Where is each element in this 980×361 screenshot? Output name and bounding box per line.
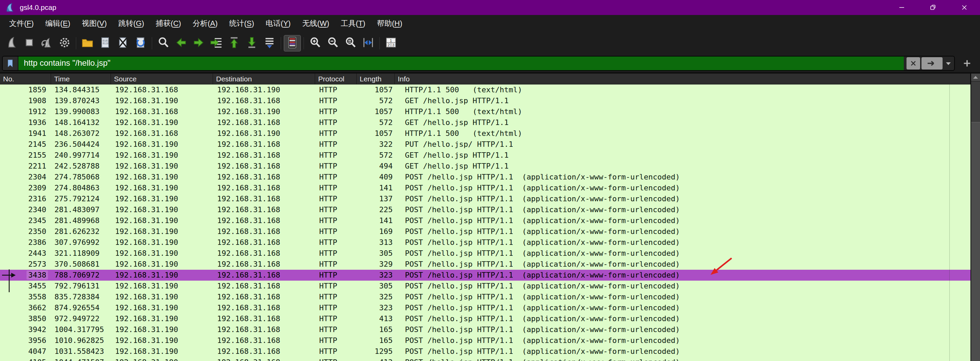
- cell-info: POST /hello.jsp HTTP/1.1 (application/x-…: [395, 204, 970, 215]
- cell-info: GET /hello.jsp HTTP/1.1: [395, 117, 970, 128]
- cell-protocol: HTTP: [315, 270, 356, 281]
- go-back-button[interactable]: [173, 35, 189, 51]
- packet-row[interactable]: 3455792.796131192.168.31.190192.168.31.1…: [0, 281, 970, 292]
- cell-info: POST /hello.jsp HTTP/1.1 (application/x-…: [395, 324, 970, 335]
- filter-apply-button[interactable]: [921, 57, 943, 69]
- go-to-bottom-button[interactable]: [243, 35, 260, 51]
- packet-row[interactable]: 2573370.508681192.168.31.190192.168.31.1…: [0, 259, 970, 270]
- cell-destination: 192.168.31.168: [213, 259, 315, 270]
- packet-row[interactable]: 2443321.118909192.168.31.190192.168.31.1…: [0, 248, 970, 259]
- packet-row[interactable]: 3558835.728384192.168.31.190192.168.31.1…: [0, 292, 970, 302]
- zoom-in-button[interactable]: [307, 35, 323, 51]
- filter-bookmark-button[interactable]: [3, 56, 18, 71]
- cell-no: 3956: [0, 335, 51, 346]
- packet-row[interactable]: 2309274.804863192.168.31.190192.168.31.1…: [0, 182, 970, 193]
- resize-columns-button[interactable]: [360, 35, 376, 51]
- packet-row[interactable]: 39421004.317795192.168.31.190192.168.31.…: [0, 324, 970, 335]
- menu-item-f[interactable]: 文件(F): [3, 15, 40, 32]
- menu-item-s[interactable]: 统计(S): [223, 15, 259, 32]
- menu-item-g[interactable]: 跳转(G): [113, 15, 150, 32]
- column-preferences-button[interactable]: 123: [383, 35, 399, 51]
- menu-item-e[interactable]: 编辑(E): [40, 15, 76, 32]
- column-header-destination[interactable]: Destination: [213, 73, 315, 84]
- filter-clear-button[interactable]: [907, 57, 920, 69]
- packet-row[interactable]: 41051044.471507192.168.31.190192.168.31.…: [0, 357, 970, 361]
- packet-row-selected[interactable]: 3438788.706972192.168.31.190192.168.31.1…: [0, 270, 970, 281]
- filter-add-button[interactable]: [959, 56, 975, 71]
- cell-length: 1057: [356, 106, 395, 117]
- vertical-scrollbar[interactable]: [970, 73, 980, 361]
- packet-row[interactable]: 2350281.626232192.168.31.190192.168.31.1…: [0, 226, 970, 237]
- scroll-up-button[interactable]: [971, 73, 980, 82]
- packet-row[interactable]: 1941148.263072192.168.31.168192.168.31.1…: [0, 128, 970, 139]
- open-file-button[interactable]: [79, 35, 95, 51]
- toolbar-separator: [76, 37, 76, 50]
- packet-row[interactable]: 2340281.483097192.168.31.190192.168.31.1…: [0, 204, 970, 215]
- zoom-original-button[interactable]: [342, 35, 359, 51]
- cell-info: POST /hello.jsp HTTP/1.1 (application/x-…: [395, 313, 970, 324]
- auto-scroll-button[interactable]: [261, 35, 278, 51]
- colorize-packets-icon: [285, 36, 299, 51]
- menu-item-c[interactable]: 捕获(C): [150, 15, 187, 32]
- find-packet-button[interactable]: [155, 35, 172, 51]
- column-header-time[interactable]: Time: [51, 73, 111, 84]
- cell-time: 240.997714: [51, 150, 111, 161]
- column-header-info[interactable]: Info: [395, 73, 970, 84]
- packet-row[interactable]: 40471031.558423192.168.31.190192.168.31.…: [0, 346, 970, 357]
- stop-capture-button[interactable]: [21, 35, 37, 51]
- cell-protocol: HTTP: [315, 150, 356, 161]
- cell-source: 192.168.31.190: [111, 292, 213, 302]
- packet-row[interactable]: 2345281.489968192.168.31.190192.168.31.1…: [0, 215, 970, 226]
- menu-bar: 文件(F)编辑(E)视图(V)跳转(G)捕获(C)分析(A)统计(S)电话(Y)…: [0, 15, 980, 32]
- cell-source: 192.168.31.190: [111, 324, 213, 335]
- save-file-button[interactable]: 01010110: [97, 35, 113, 51]
- cell-no: 3455: [0, 281, 51, 292]
- packet-row[interactable]: 1912139.990083192.168.31.168192.168.31.1…: [0, 106, 970, 117]
- menu-item-h[interactable]: 帮助(H): [371, 15, 408, 32]
- scrollbar-thumb[interactable]: [971, 122, 980, 361]
- zoom-out-button[interactable]: [325, 35, 341, 51]
- packet-row[interactable]: 2155240.997714192.168.31.190192.168.31.1…: [0, 150, 970, 161]
- minimize-button[interactable]: [886, 0, 917, 15]
- go-to-packet-button[interactable]: [208, 35, 224, 51]
- reload-file-button[interactable]: [132, 35, 149, 51]
- column-header-length[interactable]: Length: [356, 73, 395, 84]
- colorize-packets-button[interactable]: [284, 35, 301, 51]
- packet-row[interactable]: 2145236.504424192.168.31.190192.168.31.1…: [0, 139, 970, 150]
- menu-item-t[interactable]: 工具(T): [335, 15, 371, 32]
- menu-item-y[interactable]: 电话(Y): [260, 15, 296, 32]
- filter-text[interactable]: http contains "/hello.jsp": [18, 56, 904, 71]
- packet-row[interactable]: 3850972.949722192.168.31.190192.168.31.1…: [0, 313, 970, 324]
- filter-dropdown-caret[interactable]: [943, 56, 954, 71]
- cell-info: POST /hello.jsp HTTP/1.1 (application/x-…: [395, 248, 970, 259]
- menu-item-w[interactable]: 无线(W): [296, 15, 335, 32]
- column-header-protocol[interactable]: Protocol: [315, 73, 356, 84]
- restart-capture-button[interactable]: [39, 35, 55, 51]
- go-forward-button[interactable]: [191, 35, 207, 51]
- cell-time: 307.976992: [51, 237, 111, 248]
- reload-file-icon: [134, 36, 147, 51]
- packet-row[interactable]: 39561010.962825192.168.31.190192.168.31.…: [0, 335, 970, 346]
- packet-row[interactable]: 1859134.844315192.168.31.168192.168.31.1…: [0, 85, 970, 95]
- restore-button[interactable]: [917, 0, 949, 15]
- cell-length: 572: [356, 117, 395, 128]
- close-file-button[interactable]: [115, 35, 131, 51]
- cell-length: 494: [356, 161, 395, 172]
- packet-row[interactable]: 2316275.792124192.168.31.190192.168.31.1…: [0, 193, 970, 204]
- menu-item-v[interactable]: 视图(V): [76, 15, 112, 32]
- menu-item-a[interactable]: 分析(A): [187, 15, 223, 32]
- display-filter-input[interactable]: http contains "/hello.jsp": [2, 56, 955, 71]
- cell-info: GET /hello.jsp HTTP/1.1: [395, 161, 970, 172]
- column-header-no[interactable]: No.: [0, 73, 51, 84]
- packet-row[interactable]: 1936148.164132192.168.31.190192.168.31.1…: [0, 117, 970, 128]
- column-header-source[interactable]: Source: [111, 73, 213, 84]
- packet-row[interactable]: 1908139.870243192.168.31.190192.168.31.1…: [0, 95, 970, 106]
- packet-row[interactable]: 2386307.976992192.168.31.190192.168.31.1…: [0, 237, 970, 248]
- packet-row[interactable]: 2304274.785068192.168.31.190192.168.31.1…: [0, 172, 970, 182]
- close-button[interactable]: [949, 0, 980, 15]
- capture-options-button[interactable]: [56, 35, 73, 51]
- packet-row[interactable]: 3662874.926554192.168.31.190192.168.31.1…: [0, 302, 970, 313]
- go-to-top-button[interactable]: [226, 35, 242, 51]
- start-capture-button[interactable]: [3, 35, 20, 51]
- packet-row[interactable]: 2211242.528788192.168.31.190192.168.31.1…: [0, 161, 970, 172]
